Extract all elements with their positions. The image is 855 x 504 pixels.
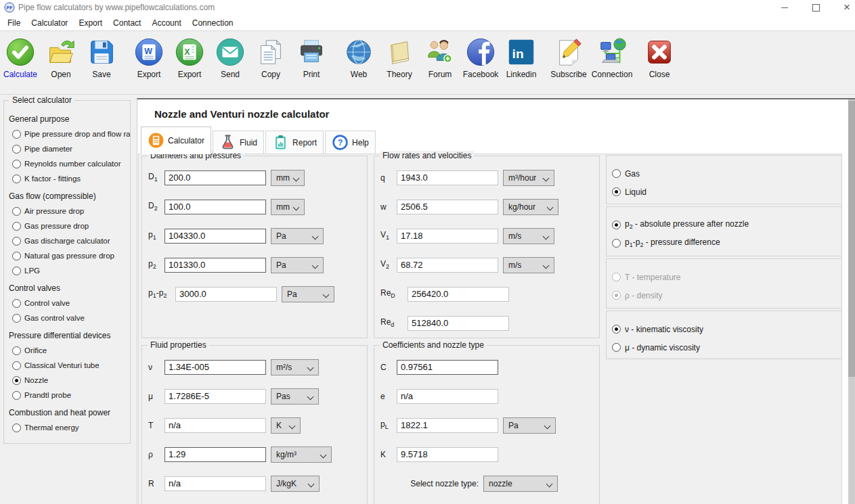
unit-select-coefficients-2-p-l[interactable]: Pa	[503, 417, 556, 434]
field-row: wkg/hour	[374, 192, 599, 221]
sidebar-item-label: Reynolds number calculator	[24, 160, 121, 168]
toolbar-button-export-word[interactable]: WExport	[129, 37, 169, 79]
menu-export[interactable]: Export	[73, 18, 108, 28]
sidebar-radio-reynolds-number-calculator[interactable]: Reynolds number calculator	[9, 156, 130, 171]
toolbar-button-open-folder[interactable]: Open	[41, 37, 81, 79]
menu-account[interactable]: Account	[146, 18, 186, 28]
sidebar-radio-lpg[interactable]: LPG	[9, 263, 130, 278]
input-fluid-props-2-t[interactable]	[165, 418, 266, 433]
toolbar-button-send-email[interactable]: Send	[210, 37, 250, 79]
input-fluid-props-1-mu[interactable]	[165, 389, 266, 404]
toolbar-button-save[interactable]: Save	[81, 37, 122, 79]
radio-gas[interactable]: Gas	[607, 164, 841, 183]
unit-select-fluid-props-1-mu[interactable]: Pas	[271, 388, 319, 405]
input-diameters-0-d-1[interactable]	[165, 170, 266, 185]
vertical-scrollbar[interactable]	[848, 99, 855, 504]
sidebar-radio-nozzle[interactable]: Nozzle	[9, 373, 130, 388]
input-coefficients-3-k[interactable]	[397, 447, 498, 462]
radio-nu-kinematic-viscosity[interactable]: ν - kinematic viscosity	[607, 320, 841, 338]
input-coefficients-2-p-l[interactable]	[397, 418, 498, 433]
connection-network-icon	[596, 37, 628, 68]
sidebar-radio-gas-control-valve[interactable]: Gas control valve	[9, 311, 130, 325]
unit-select-flow-2-v-1[interactable]: m/s	[503, 228, 554, 244]
input-coefficients-1-e[interactable]	[397, 389, 498, 404]
toolbar-button-subscribe-pencil[interactable]: Subscribe	[548, 37, 589, 79]
input-flow-4-re-d[interactable]	[408, 287, 509, 302]
tab-calculator[interactable]: Calculator	[141, 127, 211, 154]
unit-select-fluid-props-4-r[interactable]: J/kgK	[271, 476, 320, 492]
input-coefficients-0-c[interactable]	[397, 360, 498, 375]
menu-file[interactable]: File	[2, 18, 26, 28]
input-flow-3-v-2[interactable]	[397, 258, 498, 273]
groupbox-flowing-fluid-0: GasLiquid	[606, 155, 842, 204]
tab-help[interactable]: ?Help	[325, 131, 376, 154]
toolbar-button-export-excel[interactable]: XExport	[169, 37, 210, 79]
field-row: pLPa	[374, 411, 599, 440]
toolbar-button-theory-book[interactable]: Theory	[379, 37, 420, 79]
toolbar-button-copy[interactable]: Copy	[250, 37, 291, 79]
radio-liquid[interactable]: Liquid	[607, 183, 841, 201]
toolbar-button-print[interactable]: Print	[291, 37, 332, 79]
unit-select-diameters-2-p-1[interactable]: Pa	[271, 228, 324, 244]
unit-select-flow-3-v-2[interactable]: m/s	[503, 257, 554, 273]
minimize-window-button[interactable]	[769, 0, 800, 15]
radio-icon	[12, 252, 21, 260]
toolbar-button-calculate[interactable]: Calculate	[0, 37, 41, 79]
tab-fluid[interactable]: Fluid	[213, 131, 264, 154]
save-icon	[86, 37, 117, 68]
sidebar-radio-pipe-pressure-drop-and-flow-rate[interactable]: Pipe pressure drop and flow rate	[9, 127, 130, 141]
input-diameters-4-p-1-p-2[interactable]	[175, 287, 277, 302]
svg-text:X: X	[184, 47, 190, 57]
sidebar-radio-classical-venturi-tube[interactable]: Classical Venturi tube	[9, 358, 130, 373]
radio-mu-dynamic-viscosity[interactable]: μ - dynamic viscosity	[607, 338, 841, 357]
toolbar-button-forum-users[interactable]: Forum	[420, 37, 460, 79]
unit-select-diameters-3-p-2[interactable]: Pa	[271, 257, 324, 273]
toolbar-button-web-globe[interactable]: Web	[338, 37, 379, 79]
sidebar-radio-pipe-diameter[interactable]: Pipe diameter	[9, 141, 130, 156]
page-title: Nozzle and Venturi nozzle calculator	[154, 108, 329, 120]
input-flow-1-w[interactable]	[397, 200, 498, 214]
unit-select-fluid-props-3-rho[interactable]: kg/m³	[271, 446, 332, 463]
sidebar-radio-k-factor-fittings[interactable]: K factor - fittings	[9, 171, 130, 186]
menu-contact[interactable]: Contact	[108, 18, 146, 28]
sidebar-radio-thermal-energy[interactable]: Thermal energy	[9, 420, 130, 435]
input-flow-5-re-d[interactable]	[408, 316, 509, 331]
toolbar-button-close[interactable]: Close	[639, 37, 680, 79]
toolbar-button-linkedin[interactable]: inLinkedin	[501, 37, 542, 79]
unit-select-diameters-4-p-1-p-2[interactable]: Pa	[282, 286, 334, 302]
sidebar-radio-air-pressure-drop[interactable]: Air pressure drop	[9, 204, 130, 219]
input-fluid-props-4-r[interactable]	[165, 476, 266, 491]
toolbar-button-facebook[interactable]: Facebook	[460, 37, 501, 79]
toolbar-button-connection-network[interactable]: Connection	[592, 37, 632, 79]
sidebar-radio-natural-gas-pressure-drop[interactable]: Natural gas pressure drop	[9, 248, 130, 263]
tab-report[interactable]: Report	[265, 131, 324, 154]
unit-select-fluid-props-2-t[interactable]: K	[271, 417, 301, 434]
tab-label: Calculator	[168, 136, 204, 145]
input-fluid-props-0-nu[interactable]	[165, 360, 266, 375]
input-diameters-2-p-1[interactable]	[165, 229, 266, 244]
unit-select-fluid-props-0-nu[interactable]: m²/s	[271, 359, 319, 375]
input-fluid-props-3-rho[interactable]	[165, 447, 266, 462]
menu-connection[interactable]: Connection	[187, 18, 239, 28]
field-label: e	[380, 392, 397, 401]
radio-p-2-absolute-pressure-after-nozzle[interactable]: p2 - absolute pressure after nozzle	[607, 216, 841, 234]
maximize-window-button[interactable]	[800, 0, 831, 15]
close-window-button[interactable]	[831, 0, 855, 15]
radio-p-1-p-2-pressure-difference[interactable]: p1-p2 - pressure difference	[607, 234, 841, 252]
field-row: e	[374, 382, 599, 411]
input-flow-2-v-1[interactable]	[397, 229, 498, 244]
sidebar-radio-gas-discharge-calculator[interactable]: Gas discharge calculator	[9, 233, 130, 248]
sidebar-radio-prandtl-probe[interactable]: Prandtl probe	[9, 388, 130, 403]
sidebar-radio-control-valve[interactable]: Control valve	[9, 296, 130, 311]
unit-select-diameters-1-d-2[interactable]: mm	[271, 199, 305, 215]
input-diameters-1-d-2[interactable]	[165, 200, 266, 214]
nozzle-type-select[interactable]: nozzle	[483, 476, 558, 492]
sidebar-radio-gas-pressure-drop[interactable]: Gas pressure drop	[9, 219, 130, 233]
unit-select-flow-0-q[interactable]: m³/hour	[503, 170, 554, 186]
unit-select-flow-1-w[interactable]: kg/hour	[503, 199, 558, 215]
menu-calculator[interactable]: Calculator	[26, 18, 73, 28]
input-flow-0-q[interactable]	[397, 170, 498, 185]
unit-select-diameters-0-d-1[interactable]: mm	[271, 170, 305, 186]
sidebar-radio-orifice[interactable]: Orifice	[9, 343, 130, 358]
input-diameters-3-p-2[interactable]	[165, 258, 266, 273]
